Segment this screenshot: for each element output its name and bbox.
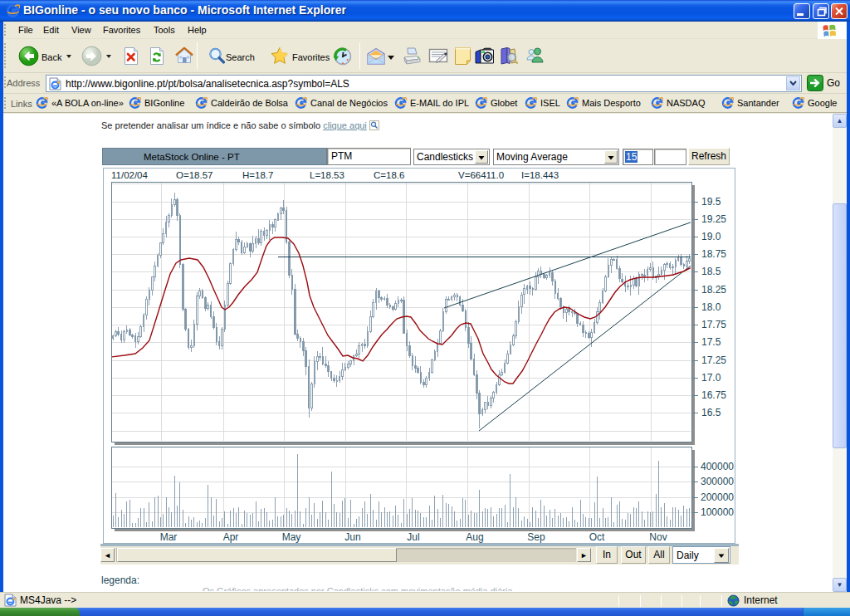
svg-text:Nov: Nov bbox=[649, 531, 667, 543]
svg-text:L=18.53: L=18.53 bbox=[310, 170, 344, 180]
svg-text:19.0: 19.0 bbox=[701, 231, 721, 242]
svg-text:18.0: 18.0 bbox=[701, 301, 721, 313]
svg-text:V=66411.0: V=66411.0 bbox=[458, 170, 504, 180]
svg-text:200000: 200000 bbox=[701, 491, 734, 503]
svg-text:Apr: Apr bbox=[223, 531, 239, 543]
svg-text:May: May bbox=[282, 531, 301, 543]
svg-text:17.0: 17.0 bbox=[701, 372, 721, 384]
svg-text:18.75: 18.75 bbox=[701, 248, 726, 260]
svg-text:I=18.443: I=18.443 bbox=[521, 170, 559, 180]
svg-text:11/02/04: 11/02/04 bbox=[111, 170, 149, 180]
svg-text:16.75: 16.75 bbox=[701, 389, 726, 401]
svg-text:18.5: 18.5 bbox=[701, 266, 721, 277]
svg-text:19.5: 19.5 bbox=[701, 196, 721, 208]
svg-text:17.25: 17.25 bbox=[701, 354, 726, 366]
svg-text:100000: 100000 bbox=[701, 506, 734, 518]
svg-text:16.5: 16.5 bbox=[701, 407, 721, 418]
svg-text:400000: 400000 bbox=[701, 461, 734, 472]
svg-text:Aug: Aug bbox=[466, 531, 483, 543]
svg-text:Sep: Sep bbox=[527, 531, 545, 543]
svg-text:300000: 300000 bbox=[701, 476, 734, 487]
svg-text:H=18.7: H=18.7 bbox=[242, 170, 273, 180]
svg-text:17.5: 17.5 bbox=[701, 336, 721, 348]
svg-text:19.25: 19.25 bbox=[701, 213, 726, 225]
svg-text:Mar: Mar bbox=[160, 531, 178, 543]
svg-text:C=18.6: C=18.6 bbox=[374, 170, 404, 180]
svg-text:Jun: Jun bbox=[344, 531, 360, 543]
svg-text:O=18.57: O=18.57 bbox=[176, 170, 212, 180]
svg-text:Jul: Jul bbox=[407, 531, 419, 543]
svg-text:Oct: Oct bbox=[589, 531, 605, 543]
svg-text:18.25: 18.25 bbox=[701, 284, 726, 296]
svg-text:17.75: 17.75 bbox=[701, 319, 726, 330]
